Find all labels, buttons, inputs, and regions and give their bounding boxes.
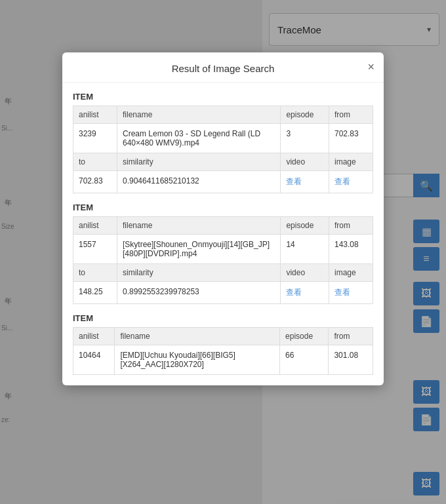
similarity-val-1: 0.9046411685210132 [117,171,280,193]
to-val-1: 702.83 [73,171,117,193]
col-similarity-2: similarity [117,264,280,282]
anilist-val-1: 3239 [73,124,117,153]
col-from-1: from [329,106,373,124]
col-filename-1: filename [117,106,280,124]
similarity-val-2: 0.8992553239978253 [117,282,280,304]
item-section-2: ITEM anilist filename episode from 1557 [73,203,373,304]
item-table-2: anilist filename episode from 1557 [Skyt… [73,216,373,304]
col-anilist-3: anilist [73,328,115,345]
col-video-2: video [281,264,329,282]
col-from-2: from [329,217,373,235]
col-to-2: to [73,264,117,282]
table-row: 10464 [EMD][Uchuu Kyoudai][66][BIG5][X26… [73,345,373,375]
col-from-3: from [329,328,373,345]
col-anilist-1: anilist [73,106,117,124]
filename-val-3: [EMD][Uchuu Kyoudai][66][BIG5][X264_AAC]… [115,345,280,375]
filename-val-1: Cream Lemon 03 - SD Legend Rall (LD 640×… [117,124,280,153]
table-row: 148.25 0.8992553239978253 查看 查看 [73,282,373,304]
item-section-1: ITEM anilist filename episode from 3239 [73,92,373,193]
modal-body: ITEM anilist filename episode from 3239 [62,92,384,385]
item-label-3: ITEM [73,313,373,323]
video-link-1[interactable]: 查看 [281,171,329,193]
image-link-1[interactable]: 查看 [329,171,373,193]
anilist-val-3: 10464 [73,345,115,375]
image-link-2[interactable]: 查看 [329,282,373,304]
modal-header: Result of Image Search × [62,52,384,83]
col-filename-3: filename [115,328,280,345]
to-val-2: 148.25 [73,282,117,304]
col-filename-2: filename [117,217,280,235]
episode-val-1: 3 [281,124,329,153]
table-row: 1557 [Skytree][Shounen_Onmyouji][14][GB_… [73,235,373,264]
episode-val-2: 14 [281,235,329,264]
col-similarity-1: similarity [117,153,280,171]
col-to-1: to [73,153,117,171]
filename-val-2: [Skytree][Shounen_Onmyouji][14][GB_JP][4… [117,235,280,264]
item-label-2: ITEM [73,203,373,212]
col-anilist-2: anilist [73,217,117,235]
video-link-2[interactable]: 查看 [281,282,329,304]
from-val-3: 301.08 [329,345,373,375]
anilist-val-2: 1557 [73,235,117,264]
table-row: 702.83 0.9046411685210132 查看 查看 [73,171,373,193]
col-episode-1: episode [281,106,329,124]
item-section-3: ITEM anilist filename episode from 10464 [73,313,373,375]
item-label-1: ITEM [73,92,373,102]
modal-title: Result of Image Search [172,63,275,74]
col-image-1: image [329,153,373,171]
table-row: 3239 Cream Lemon 03 - SD Legend Rall (LD… [73,124,373,153]
from-val-2: 143.08 [329,235,373,264]
episode-val-3: 66 [280,345,329,375]
col-episode-2: episode [281,217,329,235]
item-table-3: anilist filename episode from 10464 [EMD… [73,327,373,375]
item-table-1: anilist filename episode from 3239 Cream… [73,106,373,193]
modal-overlay: Result of Image Search × ITEM anilist fi… [0,0,446,504]
modal-close-button[interactable]: × [367,60,375,74]
col-video-1: video [281,153,329,171]
from-val-1: 702.83 [329,124,373,153]
col-image-2: image [329,264,373,282]
col-episode-3: episode [280,328,329,345]
search-results-modal: Result of Image Search × ITEM anilist fi… [62,52,384,385]
